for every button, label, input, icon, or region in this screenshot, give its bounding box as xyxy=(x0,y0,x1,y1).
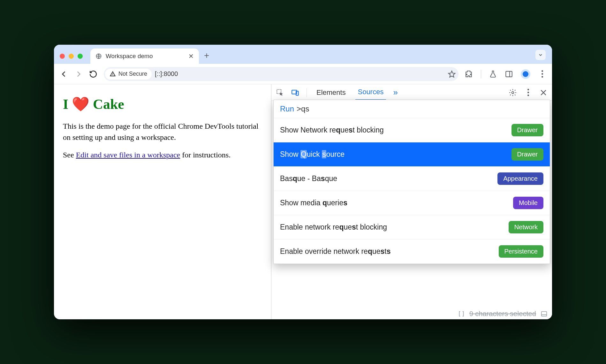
command-input-row[interactable]: Run >qs xyxy=(274,100,550,118)
tab-strip: Workspace demo ✕ + xyxy=(54,45,552,64)
webpage-viewport: I ❤️ Cake This is the demo page for the … xyxy=(54,84,271,319)
brackets-icon xyxy=(458,310,465,317)
command-item[interactable]: Enable override network requestsPersiste… xyxy=(274,239,550,264)
reload-button[interactable] xyxy=(89,70,97,78)
browser-tab[interactable]: Workspace demo ✕ xyxy=(90,49,199,64)
more-tabs-icon[interactable]: » xyxy=(393,87,398,97)
command-item-label: Show Quick source xyxy=(280,150,345,159)
close-window-button[interactable] xyxy=(60,54,65,59)
tutorial-link[interactable]: Edit and save files in a workspace xyxy=(76,151,180,159)
tab-elements[interactable]: Elements xyxy=(314,85,348,100)
new-tab-button[interactable]: + xyxy=(199,50,214,64)
page-paragraph-2: See Edit and save files in a workspace f… xyxy=(63,149,262,161)
device-toolbar-icon[interactable] xyxy=(291,88,299,97)
content-area: I ❤️ Cake This is the demo page for the … xyxy=(54,84,552,319)
labs-icon[interactable] xyxy=(489,70,497,78)
back-button[interactable] xyxy=(60,70,68,78)
page-paragraph-1: This is the demo page for the official C… xyxy=(63,121,262,143)
traffic-lights xyxy=(58,54,87,64)
address-bar[interactable]: Not Secure [::]:8000 xyxy=(104,67,458,81)
browser-toolbar: Not Secure [::]:8000 xyxy=(54,64,552,84)
bookmark-star-icon[interactable] xyxy=(448,70,456,78)
security-status[interactable]: Not Secure xyxy=(105,69,152,80)
profile-avatar[interactable] xyxy=(521,69,530,79)
command-item-label: Show media queries xyxy=(280,199,347,207)
tab-sources[interactable]: Sources xyxy=(355,85,386,100)
devtools-menu-icon[interactable] xyxy=(524,88,532,97)
side-panel-icon[interactable] xyxy=(505,70,513,78)
toolbar-right-icons xyxy=(465,69,546,79)
command-item-label: Basque - Basque xyxy=(280,174,337,183)
globe-icon xyxy=(95,53,102,59)
see-suffix: for instructions. xyxy=(180,151,231,159)
command-item[interactable]: Show Network request blockingDrawer xyxy=(274,118,550,142)
svg-rect-6 xyxy=(542,312,547,316)
close-tab-icon[interactable]: ✕ xyxy=(188,52,194,60)
see-prefix: See xyxy=(63,151,76,159)
browser-menu-icon[interactable] xyxy=(538,70,546,78)
close-devtools-icon[interactable] xyxy=(539,88,548,97)
separator xyxy=(307,88,307,97)
command-item-label: Enable override network requests xyxy=(280,247,391,256)
maximize-window-button[interactable] xyxy=(78,54,83,59)
devtools-panel: Elements Sources » Run >qs Show Network xyxy=(271,84,552,319)
extensions-icon[interactable] xyxy=(465,70,473,78)
minimize-window-button[interactable] xyxy=(69,54,74,59)
command-item-badge: Mobile xyxy=(513,197,543,209)
status-text: 9 characters selected xyxy=(469,310,536,318)
separator xyxy=(481,70,481,78)
svg-rect-1 xyxy=(506,71,512,77)
command-item[interactable]: Enable network request blockingNetwork xyxy=(274,215,550,239)
command-item-label: Enable network request blocking xyxy=(280,223,387,231)
run-label: Run xyxy=(280,104,294,113)
browser-window: Workspace demo ✕ + Not Secure [::]:8000 xyxy=(54,45,552,319)
command-item-badge: Persistence xyxy=(499,245,544,258)
inspect-element-icon[interactable] xyxy=(276,88,284,97)
forward-button[interactable] xyxy=(74,70,83,78)
command-menu: Run >qs Show Network request blockingDra… xyxy=(273,100,550,264)
settings-gear-icon[interactable] xyxy=(509,88,517,97)
command-query: >qs xyxy=(297,104,309,113)
panel-icon xyxy=(541,310,548,317)
command-list: Show Network request blockingDrawerShow … xyxy=(274,118,550,264)
status-bar-peek: 9 characters selected xyxy=(458,310,548,318)
devtools-tab-bar: Elements Sources » xyxy=(271,84,552,101)
command-item[interactable]: Show media queriesMobile xyxy=(274,191,550,215)
tab-title: Workspace demo xyxy=(106,53,185,60)
command-item-label: Show Network request blocking xyxy=(280,126,384,134)
page-heading: I ❤️ Cake xyxy=(63,96,262,112)
url-text: [::]:8000 xyxy=(155,70,444,78)
command-item-badge: Appearance xyxy=(497,172,543,185)
security-label: Not Secure xyxy=(118,71,147,77)
svg-point-5 xyxy=(512,91,514,94)
command-item[interactable]: Basque - BasqueAppearance xyxy=(274,167,550,191)
command-item-badge: Drawer xyxy=(511,124,543,136)
command-item-badge: Drawer xyxy=(511,148,543,161)
command-item-badge: Network xyxy=(509,221,543,233)
tabs-dropdown-button[interactable] xyxy=(535,50,546,60)
command-item[interactable]: Show Quick sourceDrawer xyxy=(274,142,550,167)
